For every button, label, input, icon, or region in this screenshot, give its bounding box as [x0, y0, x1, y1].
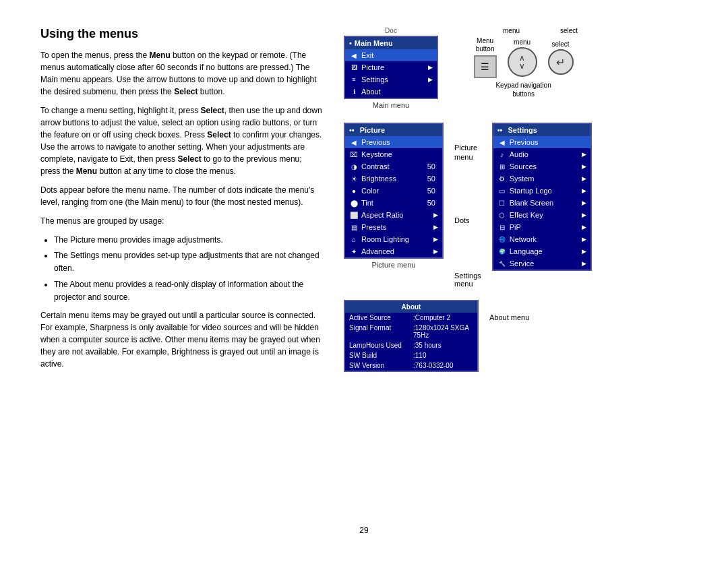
right-column: Doc • Main Menu ◀ Exit 🖼 Picture — [344, 27, 688, 519]
center-labels: Picturemenu Dots Settingsmenu — [454, 123, 481, 288]
audio-icon: ♪ — [497, 150, 507, 159]
picture-item-color[interactable]: ● Color 50 — [345, 185, 442, 197]
settings-item-pip[interactable]: ⊟ PiP ▶ — [493, 221, 590, 233]
brightness-icon: ☀ — [349, 174, 359, 183]
advanced-arrow: ▶ — [433, 248, 438, 255]
aspect-icon: ⬜ — [349, 210, 359, 220]
main-menu-item-about[interactable]: ℹ About — [345, 86, 437, 98]
effect-icon: ⬡ — [497, 210, 507, 220]
settings-item-network[interactable]: 🌐 Network ▶ — [493, 233, 590, 245]
about-row-lamp: LampHours Used :35 hours — [345, 340, 477, 350]
menu-button-icon: ☰ — [481, 61, 489, 73]
paragraph-4: The menus are grouped by usage: — [40, 215, 324, 227]
color-icon: ● — [349, 186, 359, 195]
menu-button-label: Menubutton — [476, 37, 495, 53]
keystone-icon: ⌧ — [349, 150, 359, 159]
paragraph-5: Certain menu items may be grayed out unt… — [40, 309, 324, 370]
bullet-list: The Picture menu provides image adjustme… — [54, 234, 324, 304]
settings-item-startup[interactable]: ▭ Startup Logo ▶ — [493, 185, 590, 197]
picture-item-previous[interactable]: ◀ Previous — [345, 136, 442, 148]
bullet-3: The About menu provides a read-only disp… — [54, 278, 324, 304]
picture-item-presets[interactable]: ▤ Presets ▶ — [345, 221, 442, 233]
aspect-arrow: ▶ — [433, 212, 438, 218]
picture-item-advanced[interactable]: ✦ Advanced ▶ — [345, 245, 442, 257]
down-arrow-icon: ∨ — [519, 62, 525, 70]
main-menu-dot: • — [349, 39, 352, 47]
language-icon: 🌍 — [497, 247, 507, 256]
picture-menu-header: •• Picture — [345, 124, 442, 136]
dots-label: Dots — [454, 216, 481, 224]
presets-icon: ▤ — [349, 222, 359, 232]
picture-menu-container: •• Picture ◀ Previous ⌧ Keystone ◑ — [344, 123, 444, 269]
about-menu-header: About — [345, 301, 477, 313]
system-icon: ⚙ — [497, 174, 507, 183]
settings-item-audio[interactable]: ♪ Audio ▶ — [493, 148, 590, 160]
menu-button[interactable]: ☰ — [474, 55, 497, 78]
contrast-icon: ◑ — [349, 162, 359, 171]
main-menu-item-exit[interactable]: ◀ Exit — [345, 49, 437, 61]
settings-menu-header: •• Settings — [493, 124, 590, 136]
paragraph-2: To change a menu setting, highlight it, … — [40, 104, 324, 177]
main-menu-header: • Main Menu — [345, 37, 437, 49]
select-button[interactable]: ↵ — [548, 49, 574, 75]
bullet-1: The Picture menu provides image adjustme… — [54, 234, 324, 247]
picture-item-brightness[interactable]: ☀ Brightness 50 — [345, 173, 442, 185]
page: Using the menus To open the menus, press… — [0, 0, 728, 562]
about-row-signal: Signal Format :1280x1024 SXGA 75Hz — [345, 323, 477, 340]
picture-menu-label: Picture menu — [372, 261, 416, 269]
picture-item-tint[interactable]: ⬤ Tint 50 — [345, 197, 442, 209]
settings-item-blank[interactable]: ☐ Blank Screen ▶ — [493, 197, 590, 209]
contrast-value: 50 — [427, 162, 435, 170]
main-menu-item-picture[interactable]: 🖼 Picture ▶ — [345, 61, 437, 73]
tint-icon: ⬤ — [349, 198, 359, 208]
main-menu-item-settings[interactable]: ≡ Settings ▶ — [345, 73, 437, 86]
picture-arrow: ▶ — [428, 64, 433, 71]
brightness-value: 50 — [427, 175, 435, 183]
picture-icon: 🖼 — [349, 63, 359, 72]
nav-text: menu — [514, 38, 530, 46]
keypad-caption: Keypad navigationbuttons — [495, 81, 551, 98]
network-icon: 🌐 — [497, 235, 507, 244]
about-row-source: Active Source :Computer 2 — [345, 313, 477, 323]
settings-prev-icon: ◀ — [497, 137, 507, 147]
settings-item-service[interactable]: 🔧 Service ▶ — [493, 257, 590, 270]
page-number: 29 — [40, 526, 688, 535]
nav-label-text: menu — [503, 27, 520, 34]
picture-menu-side-label: Picturemenu — [454, 143, 481, 162]
settings-arrow: ▶ — [428, 76, 433, 83]
pip-icon: ⊟ — [497, 222, 507, 232]
nav-circle[interactable]: ∧ ∨ — [508, 47, 537, 77]
enter-icon: ↵ — [556, 56, 565, 69]
bullet-2: The Settings menu provides set-up type a… — [54, 249, 324, 275]
main-menu-label: Main menu — [373, 101, 409, 109]
exit-icon: ◀ — [349, 51, 359, 60]
paragraph-3: Dots appear before the menu name. The nu… — [40, 184, 324, 208]
settings-item-language[interactable]: 🌍 Language ▶ — [493, 245, 590, 257]
settings-item-system[interactable]: ⚙ System ▶ — [493, 173, 590, 185]
page-title: Using the menus — [40, 27, 324, 41]
select-label-text: select — [560, 27, 578, 34]
picture-item-keystone[interactable]: ⌧ Keystone — [345, 148, 442, 160]
settings-icon: ≡ — [349, 75, 359, 84]
advanced-icon: ✦ — [349, 247, 359, 256]
blank-icon: ☐ — [497, 198, 507, 208]
settings-item-previous[interactable]: ◀ Previous — [493, 136, 590, 148]
about-menu-box: About Active Source :Computer 2 Signal F… — [344, 300, 479, 372]
about-menu-container: About Active Source :Computer 2 Signal F… — [344, 300, 479, 372]
picture-item-contrast[interactable]: ◑ Contrast 50 — [345, 160, 442, 173]
settings-item-sources[interactable]: ⊞ Sources ▶ — [493, 160, 590, 173]
picture-item-room[interactable]: ⌂ Room Lighting ▶ — [345, 233, 442, 245]
left-column: Using the menus To open the menus, press… — [40, 27, 324, 519]
settings-item-effect[interactable]: ⬡ Effect Key ▶ — [493, 209, 590, 221]
prev-icon: ◀ — [349, 137, 359, 147]
service-icon: 🔧 — [497, 259, 507, 268]
settings-menu-side-label: Settingsmenu — [454, 272, 481, 288]
doc-label: Doc — [385, 27, 397, 34]
select-text: select — [552, 40, 570, 48]
sources-icon: ⊞ — [497, 162, 507, 171]
settings-menu-container: •• Settings ◀ Previous ♪ Audio ▶ — [492, 123, 592, 271]
tint-value: 50 — [427, 199, 435, 207]
settings-menu-box: •• Settings ◀ Previous ♪ Audio ▶ — [492, 123, 592, 271]
about-row-swbuild: SW Build :110 — [345, 350, 477, 361]
picture-item-aspect[interactable]: ⬜ Aspect Ratio ▶ — [345, 209, 442, 221]
